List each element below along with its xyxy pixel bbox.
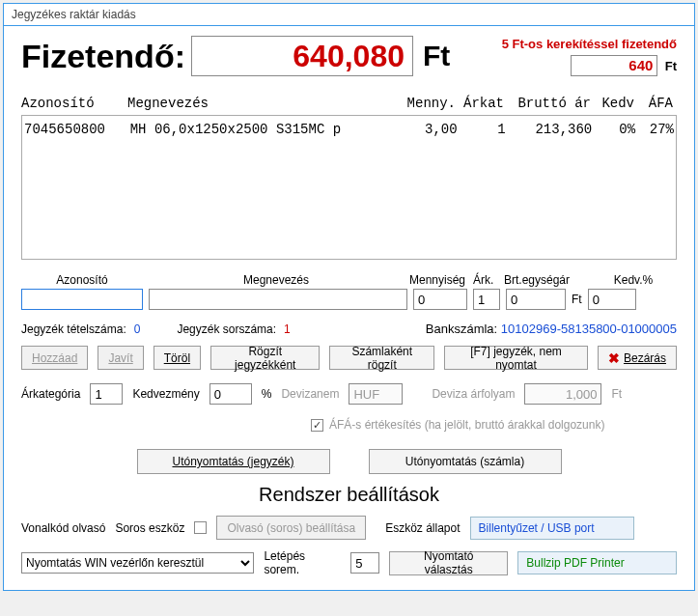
- torol-button[interactable]: Töröl: [154, 346, 201, 370]
- afa-checkbox: ✓: [311, 419, 323, 432]
- utonyomtatas-szamla-button[interactable]: Utónyomtatás (számla): [369, 449, 562, 474]
- devizanem-label: Devizanem: [281, 387, 339, 401]
- hozzaad-button: Hozzáad: [21, 346, 88, 370]
- arfolyam-input: [524, 383, 601, 405]
- bank-value: 10102969-58135800-01000005: [501, 322, 677, 336]
- soros-label: Soros eszköz: [115, 521, 184, 535]
- sorszam-label: Jegyzék sorszáma:: [177, 322, 276, 336]
- arkat-input[interactable]: [473, 289, 500, 310]
- letepes-input[interactable]: [350, 552, 379, 574]
- megnevezes-input[interactable]: [149, 289, 407, 310]
- f7-button[interactable]: [F7] jegyzék, nem nyomtat: [444, 346, 588, 370]
- szamlakent-button[interactable]: Számlaként rögzít: [329, 346, 434, 370]
- kedv-input[interactable]: [588, 289, 636, 310]
- rounded-ft-label: Ft: [665, 59, 677, 73]
- bezaras-button[interactable]: ✖ Bezárás: [598, 346, 677, 370]
- bank-label: Bankszámla:: [426, 322, 497, 336]
- table-header: Azonosító Megnevezés Menny. Árkat Bruttó…: [21, 94, 677, 113]
- utonyomtatas-jegyzek-button[interactable]: Utónyomtatás (jegyzék): [137, 449, 330, 474]
- sorszam-value: 1: [284, 322, 291, 336]
- nyomtatas-select[interactable]: Nyomtatás WIN vezérlőn keresztül: [21, 552, 254, 574]
- rounded-input[interactable]: [571, 55, 657, 76]
- field-label-kedv: Kedv.%: [604, 273, 662, 287]
- percent-label: %: [262, 387, 272, 401]
- tetel-label: Jegyzék tételszáma:: [21, 322, 126, 336]
- field-label-brt: Brt.egységár: [504, 273, 600, 287]
- rounding-label: 5 Ft-os kerekítéssel fizetendő: [502, 37, 677, 51]
- letepes-label: Letépés sorem.: [264, 549, 341, 576]
- vonalkod-label: Vonalkód olvasó: [21, 521, 105, 535]
- fizetendo-input[interactable]: [191, 36, 413, 76]
- fizetendo-label: Fizetendő:: [21, 38, 185, 75]
- arkategoria-input[interactable]: [90, 383, 123, 405]
- arkategoria-label: Árkategória: [21, 387, 80, 401]
- printer-value: Bullzip PDF Printer: [517, 551, 677, 574]
- field-label-azonosito: Azonosító: [21, 273, 143, 287]
- olvaso-beallitas-button: Olvasó (soros) beállítása: [216, 516, 366, 540]
- ft-unit: Ft: [572, 293, 582, 306]
- arfolyam-label: Deviza árfolyam: [432, 387, 515, 401]
- devizanem-input: [349, 383, 403, 405]
- afa-check-label: ÁFÁ-s értékesítés (ha jelölt, bruttó ára…: [329, 418, 604, 432]
- kedvezmeny-label: Kedvezmény: [132, 387, 199, 401]
- tetel-value: 0: [134, 322, 141, 336]
- javit-button: Javít: [98, 346, 143, 370]
- mennyiseg-input[interactable]: [413, 289, 467, 310]
- eszkoz-allapot-value: Billentyűzet / USB port: [470, 517, 634, 540]
- allapot-label: Eszköz állapot: [385, 521, 460, 535]
- field-label-megnevezes: Megnevezés: [147, 273, 405, 287]
- window-title: Jegyzékes raktár kiadás: [4, 4, 694, 26]
- nyomtato-valasztas-button[interactable]: Nyomtató választás: [389, 551, 508, 575]
- field-label-ark: Árk.: [473, 273, 500, 287]
- system-settings-title: Rendszer beállítások: [21, 484, 677, 506]
- soros-checkbox[interactable]: [194, 521, 207, 534]
- arfolyam-ft: Ft: [611, 387, 622, 401]
- close-icon: ✖: [608, 350, 620, 366]
- azonosito-input[interactable]: [21, 289, 143, 310]
- table-row[interactable]: 7045650800 MH 06,0x1250x2500 S315MC p 3,…: [24, 120, 674, 139]
- field-label-mennyiseg: Mennyiség: [409, 273, 469, 287]
- kedvezmeny-input[interactable]: [209, 383, 252, 405]
- ft-label: Ft: [423, 40, 450, 72]
- items-table[interactable]: 7045650800 MH 06,0x1250x2500 S315MC p 3,…: [21, 115, 677, 260]
- brt-input[interactable]: [506, 289, 566, 310]
- rogzit-jegyzek-button[interactable]: Rögzít jegyzékként: [210, 346, 320, 370]
